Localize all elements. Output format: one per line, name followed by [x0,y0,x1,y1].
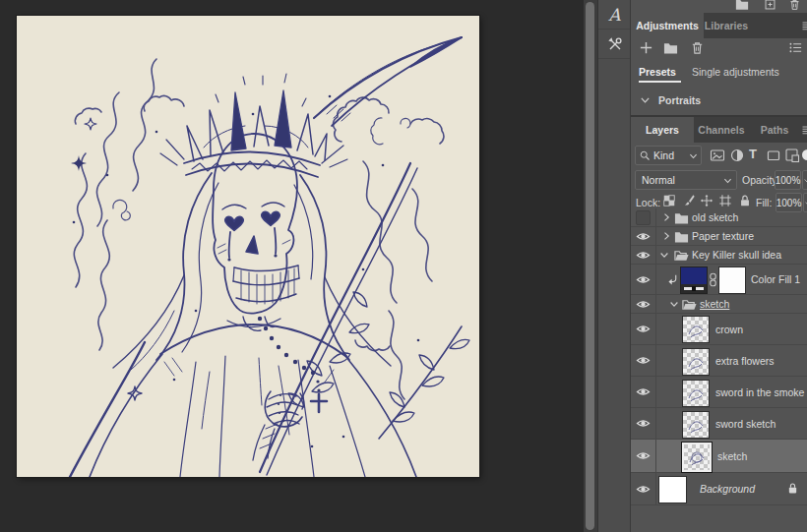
visibility-toggle[interactable] [631,408,656,439]
portraits-chevron-down-icon[interactable] [639,93,652,106]
layer-name[interactable]: crown [715,314,743,344]
chevron-right-icon[interactable] [660,230,672,242]
layer-name[interactable]: sword sketch [715,408,776,439]
tab-paths[interactable]: Paths [749,117,800,143]
canvas-vertical-scrollbar[interactable] [584,0,597,532]
delete-trash-icon[interactable] [690,40,705,55]
layer-thumbnail[interactable] [682,411,710,439]
layer-row-color-fill-1[interactable]: Color Fill 1 [631,265,807,295]
add-adjustment-icon[interactable] [639,40,653,55]
layer-mask-thumbnail[interactable] [718,266,746,294]
filter-shape-layers-icon[interactable] [766,148,781,163]
lock-artboard-icon[interactable] [718,194,732,207]
visibility-toggle[interactable] [631,208,656,226]
dock-top-icon-row [631,0,807,14]
filter-pixel-layers-icon[interactable] [710,148,725,163]
mask-link-icon[interactable] [709,272,717,287]
visibility-toggle[interactable] [631,440,656,472]
presets-active-underline [639,81,681,83]
fill-layer-thumbnail[interactable] [680,266,708,294]
scrollbar-thumb[interactable] [586,2,594,530]
new-item-icon[interactable] [764,0,776,11]
tab-channels-label: Channels [698,124,744,136]
layer-row-old-sketch[interactable]: old sketch [631,208,807,227]
layer-thumbnail[interactable] [682,316,710,343]
eye-icon [636,416,651,431]
visibility-toggle[interactable] [631,246,656,264]
layer-row-paper-texture[interactable]: Paper texture [631,227,807,246]
layer-thumbnail-selected[interactable] [682,443,712,472]
panel-dock: Adjustments Libraries Presets Single adj… [630,0,807,532]
filter-adjustment-layers-icon[interactable] [729,148,745,163]
layer-row-extra-flowers[interactable]: extra flowers [631,345,807,377]
document-canvas[interactable] [17,16,479,477]
tools-panel-button[interactable] [598,30,631,59]
filter-kind-label: Kind [653,149,674,161]
visibility-toggle[interactable] [631,265,656,294]
visibility-toggle[interactable] [631,227,656,245]
layer-filter-kind-select[interactable]: Kind [635,146,702,165]
opacity-value-field[interactable]: 100% [775,170,801,190]
chevron-down-icon[interactable] [658,249,670,261]
filter-smart-objects-icon[interactable] [784,148,800,163]
tab-adjustments[interactable]: Adjustments [631,13,704,38]
layer-name[interactable]: extra flowers [715,345,775,376]
eye-icon [636,272,651,287]
layer-name[interactable]: sword in the smoke [715,377,804,407]
layer-row-background[interactable]: Background [631,473,807,505]
layer-row-sketch-group[interactable]: sketch [631,295,807,314]
visibility-toggle[interactable] [631,473,656,504]
panel-menu-icon[interactable] [800,20,807,31]
chevron-down-icon[interactable] [668,298,680,310]
blend-mode-select[interactable]: Normal [635,170,737,190]
lock-position-move-icon[interactable] [700,194,714,207]
tab-channels[interactable]: Channels [686,117,757,143]
layer-thumbnail[interactable] [682,380,710,407]
layer-thumbnail[interactable] [682,348,710,376]
trash-icon[interactable] [788,0,801,11]
new-group-folder-icon[interactable] [663,40,678,55]
section-portraits[interactable]: Portraits [658,94,701,106]
eye-icon [636,248,651,263]
group-folder-icon [674,210,689,225]
background-thumbnail[interactable] [658,476,687,503]
visibility-toggle[interactable] [631,377,656,407]
layer-name[interactable]: Background [700,473,755,504]
layer-row-key-killer-skull-idea[interactable]: Key Killer skull idea [631,246,807,265]
lock-transparency-icon[interactable] [662,194,676,207]
layer-row-sketch-selected[interactable]: sketch [631,440,807,473]
collapsed-panels-strip: A [597,0,631,532]
chevron-right-icon[interactable] [660,211,672,223]
tab-layers[interactable]: Layers [631,117,694,143]
layer-name[interactable]: Color Fill 1 [751,265,800,294]
layer-row-crown[interactable]: crown [631,314,807,345]
layer-name[interactable]: sketch [717,440,747,472]
layer-name[interactable]: Paper texture [692,227,754,245]
layer-name[interactable]: Key Killer skull idea [692,246,781,264]
layer-locked-icon [786,482,799,495]
group-folder-open-icon [682,297,697,312]
list-view-icon[interactable] [788,40,803,55]
layer-name[interactable]: old sketch [692,208,738,226]
filter-toggle-icon[interactable] [802,149,807,161]
view-tab-single-adjustments[interactable]: Single adjustments [692,66,779,78]
artwork-sketch [17,16,479,477]
character-panel-button[interactable]: A [598,0,631,30]
layer-row-sword-sketch[interactable]: sword sketch [631,408,807,440]
search-icon [639,149,651,161]
opacity-dropdown-chevron[interactable] [802,170,807,190]
eye-icon [636,448,651,463]
chevron-down-icon [688,150,699,161]
tab-libraries[interactable]: Libraries [696,13,757,38]
folder-icon[interactable] [735,0,749,11]
layer-name[interactable]: sketch [700,295,729,313]
lock-all-icon[interactable] [738,194,752,207]
lock-paint-brush-icon[interactable] [682,194,696,207]
visibility-toggle[interactable] [631,295,656,313]
filter-type-layers-icon[interactable]: T [749,147,757,161]
layer-row-sword-in-the-smoke[interactable]: sword in the smoke [631,377,807,408]
panel-menu-icon[interactable] [800,124,807,136]
visibility-toggle[interactable] [631,345,656,376]
view-tab-presets[interactable]: Presets [639,66,676,78]
visibility-toggle[interactable] [631,314,656,344]
